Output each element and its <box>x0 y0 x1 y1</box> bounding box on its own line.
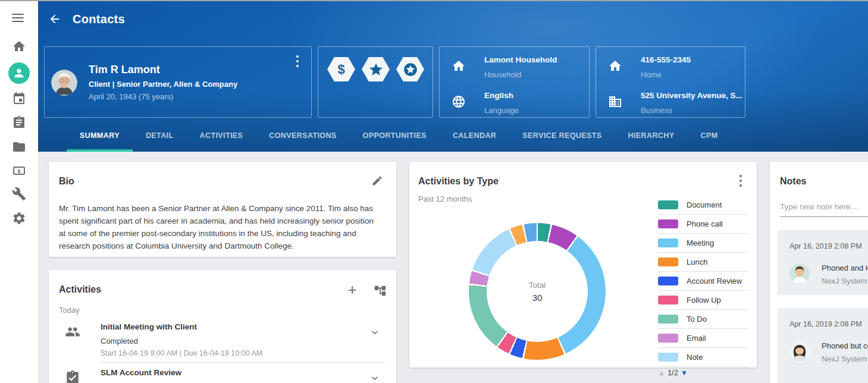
address-value: 525 University Avenue, S... <box>641 91 742 100</box>
contact-summary-card: Tim R Lamont Client | Senior Partner, Al… <box>44 46 312 118</box>
note-item[interactable]: Apr 16, 2019 2:08 PM Phoned but co NexJ … <box>778 308 868 383</box>
note-timestamp: Apr 16, 2019 2:08 PM <box>789 320 868 328</box>
legend-swatch <box>658 334 678 343</box>
address-row[interactable]: 525 University Avenue, S... Business <box>596 90 745 123</box>
address-label: Business <box>641 106 672 115</box>
legend-item[interactable]: Document <box>658 196 748 215</box>
legend-page-down-icon[interactable]: ▼ <box>681 369 688 377</box>
activity-schedule: Start 16-04-19 9:00 AM | Due 16-04-19 10… <box>101 349 262 357</box>
contact-name: Tim R Lamont <box>89 64 160 76</box>
language-row[interactable]: English Language <box>440 90 589 123</box>
household-value: Lamont Household <box>484 55 557 64</box>
contact-subtitle: Client | Senior Partner, Allen & Company <box>89 80 237 89</box>
tab-conversations[interactable]: CONVERSATIONS <box>256 122 349 152</box>
note-item[interactable]: Apr 16, 2019 2:08 PM Phoned and le NexJ … <box>778 230 868 295</box>
chart-menu-icon[interactable] <box>737 175 745 187</box>
note-text: Phoned but co <box>822 341 868 350</box>
legend-swatch <box>658 296 678 304</box>
tasks-icon[interactable] <box>12 115 26 130</box>
house-icon <box>452 59 466 73</box>
legend-item[interactable]: Meeting <box>658 234 748 253</box>
tab-bar: SUMMARY DETAIL ACTIVITIES CONVERSATIONS … <box>67 122 731 152</box>
star-badge-icon[interactable] <box>362 57 390 81</box>
notes-card: Notes Type new note here... Apr 16, 2019… <box>770 162 868 383</box>
meeting-people-icon <box>65 324 80 340</box>
app-bar: Contacts <box>38 7 125 31</box>
phone-value: 416-555-2345 <box>641 55 691 64</box>
svg-text:$: $ <box>17 168 20 174</box>
main-content: Bio Mr. Tim Lamont has been a Senior Par… <box>38 152 868 383</box>
new-note-input[interactable]: Type new note here... <box>780 202 868 217</box>
chevron-down-icon[interactable] <box>369 372 381 383</box>
tools-icon[interactable] <box>12 187 26 201</box>
home-icon[interactable] <box>12 39 26 54</box>
edit-pencil-icon[interactable] <box>371 175 383 187</box>
chevron-down-icon[interactable] <box>369 327 381 338</box>
legend-page-up-icon[interactable]: ▲ <box>658 369 665 377</box>
chart-title: Activities by Type <box>418 176 746 187</box>
note-author: NexJ System <box>822 354 868 363</box>
note-author: NexJ System <box>822 277 868 285</box>
activity-row[interactable]: Initial Meeting with Client Completed St… <box>59 317 386 362</box>
activity-row[interactable]: SLM Account Review Outstanding <box>59 363 386 383</box>
legend-item[interactable]: To Do <box>658 310 748 329</box>
sidebar: $ <box>0 1 38 383</box>
language-value: English <box>484 91 513 100</box>
legend-item[interactable]: Note <box>658 348 748 367</box>
tab-service-requests[interactable]: SERVICE REQUESTS <box>509 122 615 152</box>
note-timestamp: Apr 16, 2019 2:08 PM <box>789 242 868 250</box>
settings-icon[interactable] <box>12 211 26 225</box>
household-label: Household <box>484 70 521 79</box>
hierarchy-view-icon[interactable] <box>374 284 387 297</box>
activities-card: Activities + Today Initial Meeting with … <box>49 270 396 383</box>
house-icon <box>608 59 622 73</box>
legend-item[interactable]: Email <box>658 329 748 348</box>
legend-swatch <box>658 315 678 324</box>
billing-icon[interactable]: $ <box>12 164 26 178</box>
documents-icon[interactable] <box>12 140 26 154</box>
globe-icon <box>452 95 466 109</box>
add-activity-icon[interactable]: + <box>345 283 359 297</box>
bio-card: Bio Mr. Tim Lamont has been a Senior Par… <box>49 162 396 257</box>
tab-cpm[interactable]: CPM <box>687 122 731 152</box>
legend-item[interactable]: Account Review <box>658 272 748 291</box>
menu-icon[interactable] <box>12 14 26 28</box>
back-arrow-icon[interactable] <box>46 11 63 27</box>
activity-status: Completed <box>101 337 138 346</box>
tab-activities[interactable]: ACTIVITIES <box>187 122 256 152</box>
chart-legend: Document Phone call Meeting Lunch Accoun… <box>658 196 748 377</box>
building-icon <box>608 95 622 109</box>
legend-item[interactable]: Lunch <box>658 253 748 272</box>
phone-row[interactable]: 416-555-2345 Home <box>596 54 745 87</box>
legend-item[interactable]: Follow Up <box>658 291 748 310</box>
dollar-badge-icon[interactable]: $ <box>327 57 355 81</box>
tab-hierarchy[interactable]: HIERARCHY <box>615 122 688 152</box>
activities-title: Activities <box>59 284 386 295</box>
donut-center-total: 30 <box>532 293 543 303</box>
note-author-avatar <box>789 341 810 362</box>
task-check-icon <box>65 370 80 383</box>
note-text: Phoned and le <box>822 263 868 272</box>
language-label: Language <box>484 106 519 115</box>
legend-swatch <box>658 277 678 285</box>
tab-calendar[interactable]: CALENDAR <box>440 122 509 152</box>
legend-item[interactable]: Phone call <box>658 215 748 234</box>
phone-label: Home <box>641 70 662 79</box>
activities-group-label: Today <box>59 306 386 315</box>
contacts-icon[interactable] <box>8 62 30 84</box>
legend-swatch <box>658 200 678 209</box>
tab-detail[interactable]: DETAIL <box>133 122 187 152</box>
contact-avatar <box>51 70 77 96</box>
household-row[interactable]: Lamont Household Household <box>440 54 589 87</box>
legend-swatch <box>658 258 678 266</box>
star-circle-badge-icon[interactable] <box>396 57 424 81</box>
tab-summary[interactable]: SUMMARY <box>67 122 133 152</box>
calendar-icon[interactable] <box>12 92 26 106</box>
donut-center: Total 30 <box>487 241 588 342</box>
badges-card: $ <box>318 46 433 118</box>
donut-center-label: Total <box>529 281 546 290</box>
tab-opportunities[interactable]: OPPORTUNITIES <box>350 122 440 152</box>
legend-swatch <box>658 238 678 247</box>
legend-swatch <box>658 353 678 362</box>
contact-menu-icon[interactable] <box>293 55 302 67</box>
